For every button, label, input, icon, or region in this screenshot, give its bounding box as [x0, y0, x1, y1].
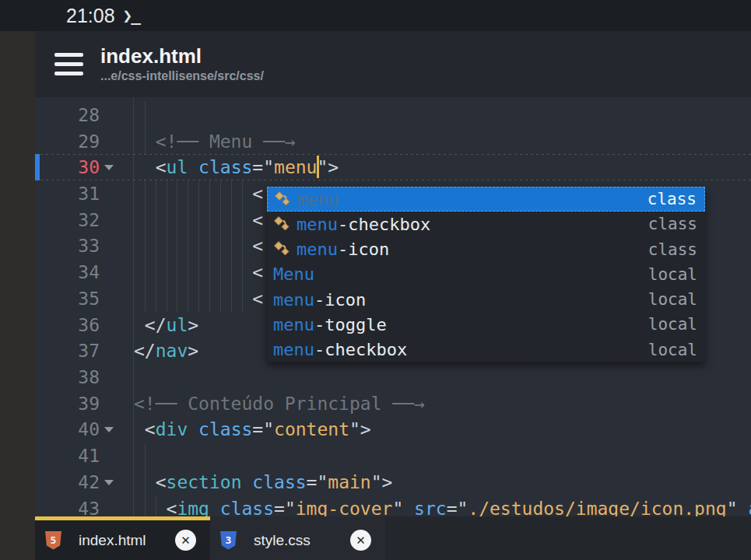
line-number: 28 [35, 105, 133, 125]
token: < [134, 472, 167, 492]
fold-chevron-down-icon[interactable] [104, 427, 114, 432]
token: section [167, 472, 242, 492]
token: =" [447, 499, 468, 519]
html5-icon: 5 [45, 531, 61, 550]
suggestion-menu-checkbox[interactable]: menu-checkboxlocal [267, 338, 705, 362]
close-icon[interactable]: ✕ [175, 530, 196, 551]
left-edge-strip [0, 31, 35, 560]
line-number: 38 [35, 367, 133, 387]
suggestion-menu[interactable]: menuclass [267, 187, 705, 212]
menu-icon-bar [54, 62, 83, 66]
token: =" [307, 472, 328, 492]
line-number: 32 [35, 210, 133, 230]
menu-icon-bar [54, 72, 83, 75]
fold-chevron-down-icon[interactable] [104, 480, 114, 485]
terminal-icon: ❯_ [123, 6, 139, 25]
code-line-28[interactable]: 28 [35, 102, 751, 128]
app-screen: 21:08 ❯_ index.html ...e/css-intellisens… [0, 0, 751, 560]
tab-index.html[interactable]: 5index.html✕ [35, 516, 210, 560]
indent-guide [145, 443, 146, 469]
file-title: index.html [100, 45, 264, 67]
fold-chevron-down-icon[interactable] [104, 165, 114, 170]
token: a [748, 499, 751, 519]
text-cursor [317, 156, 319, 178]
code-text: < [133, 236, 263, 256]
class-icon [273, 215, 297, 233]
suggestion-menu-icon[interactable]: menu-iconclass [267, 237, 705, 262]
code-text: <img class="img-cover" src="./estudos/im… [133, 499, 751, 519]
token [188, 419, 198, 439]
line-number: 30 [35, 157, 133, 177]
close-icon[interactable]: ✕ [350, 530, 371, 551]
token: "> [349, 419, 371, 439]
suggestion-rest: -icon [314, 290, 366, 310]
suggestion-match: menu [273, 340, 314, 359]
code-text: <section class="main"> [133, 472, 392, 492]
line-number: 33 [35, 236, 133, 256]
tab-style.css[interactable]: 3style.css✕ [210, 516, 385, 560]
token: div [156, 419, 188, 439]
tab-label: style.css [254, 532, 311, 549]
token: " [727, 499, 749, 519]
css3-icon: 3 [220, 531, 237, 550]
line-number: 42 [35, 472, 133, 492]
suggestion-kind: class [648, 240, 697, 259]
token: ul [167, 157, 188, 177]
suggestion-menu-toggle[interactable]: menu-togglelocal [267, 312, 705, 337]
active-line-marker [35, 154, 40, 180]
line-number: 43 [35, 499, 133, 519]
line-number: 36 [35, 315, 133, 335]
clock: 21:08 [66, 5, 115, 27]
suggestion-kind: local [648, 341, 697, 359]
code-line-40[interactable]: 40 <div class="content"> [35, 417, 751, 443]
line-number: 40 [35, 419, 133, 439]
code-line-38[interactable]: 38 [35, 364, 751, 390]
code-line-39[interactable]: 39<!── Conteúdo Principal ──→ [35, 390, 751, 417]
token: img [177, 499, 209, 519]
code-text: <div class="content"> [133, 419, 371, 439]
code-line-41[interactable]: 41 [35, 443, 751, 469]
suggestion-rest: -checkbox [338, 215, 430, 234]
shield-letter: 5 [51, 534, 57, 546]
suggestion-kind: class [648, 215, 697, 233]
code-line-30[interactable]: 30 <ul class="menu"> [35, 154, 751, 180]
menu-icon[interactable] [54, 47, 83, 81]
suggestion-rest: -checkbox [314, 340, 407, 359]
code-text: < [133, 210, 263, 230]
code-text: < [133, 289, 263, 309]
suggestion-menu[interactable]: Menulocal [267, 262, 705, 287]
suggestion-kind: local [648, 290, 697, 309]
code-text: <!── Conteúdo Principal ──→ [133, 394, 425, 414]
code-line-29[interactable]: 29 <!── Menu ──→ [35, 128, 751, 155]
token: nav [156, 341, 188, 361]
suggestion-rest: -icon [338, 240, 389, 259]
token: </ [134, 315, 167, 335]
token: class [252, 472, 306, 492]
line-number: 37 [35, 341, 133, 361]
line-number: 39 [35, 394, 133, 414]
token: "> [317, 157, 339, 177]
token: < [134, 289, 263, 309]
token: "> [371, 472, 393, 492]
file-path: ...e/css-intellisense/src/css/ [100, 69, 264, 83]
suggestion-match: menu [297, 240, 338, 259]
suggestion-kind: class [647, 190, 697, 208]
suggestion-match: menu [297, 215, 338, 234]
suggestion-match: menu [273, 290, 314, 310]
token [188, 157, 198, 177]
suggestion-rest: -toggle [314, 315, 387, 334]
active-line-border [35, 154, 751, 155]
code-line-42[interactable]: 42 <section class="main"> [35, 469, 751, 495]
token: ./estudos/image/icon.png [468, 499, 726, 519]
token: < [134, 499, 177, 519]
token: menu [274, 157, 317, 177]
code-text: <ul class="menu"> [133, 157, 339, 177]
class-icon [274, 191, 297, 208]
suggestion-menu-checkbox[interactable]: menu-checkboxclass [267, 212, 705, 236]
token [241, 472, 252, 492]
token: < [134, 184, 263, 204]
token: =" [274, 499, 296, 519]
token: class [220, 499, 274, 519]
tab-label: index.html [79, 532, 146, 549]
suggestion-menu-icon[interactable]: menu-iconlocal [267, 287, 705, 312]
